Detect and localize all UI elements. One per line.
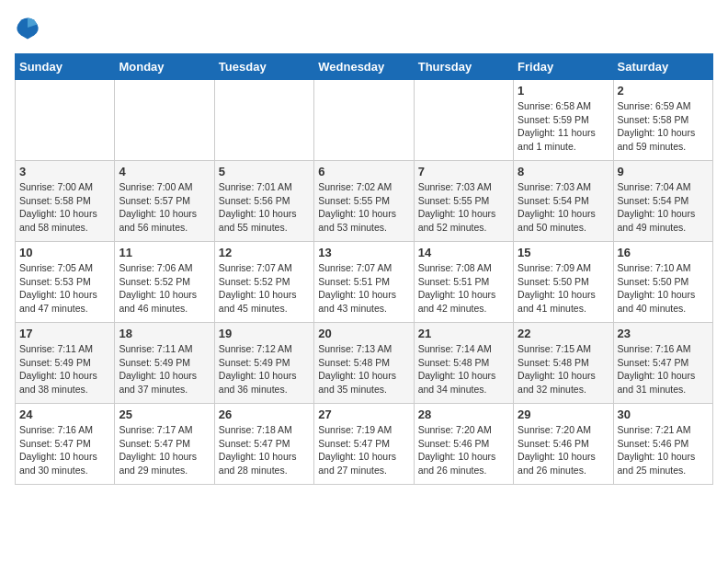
calendar-cell: 25Sunrise: 7:17 AM Sunset: 5:47 PM Dayli… [115,404,214,485]
calendar-cell: 4Sunrise: 7:00 AM Sunset: 5:57 PM Daylig… [115,161,214,242]
day-info: Sunrise: 7:07 AM Sunset: 5:51 PM Dayligh… [318,261,409,316]
day-of-week-header: Friday [514,54,613,80]
day-info: Sunrise: 7:10 AM Sunset: 5:50 PM Dayligh… [618,261,709,316]
day-info: Sunrise: 7:05 AM Sunset: 5:53 PM Dayligh… [19,261,110,316]
calendar-cell: 28Sunrise: 7:20 AM Sunset: 5:46 PM Dayli… [414,404,513,485]
day-of-week-header: Wednesday [314,54,414,80]
calendar-cell [314,80,414,161]
day-number: 14 [418,246,509,259]
day-number: 24 [19,408,110,421]
calendar-week-row: 17Sunrise: 7:11 AM Sunset: 5:49 PM Dayli… [16,323,713,404]
calendar-cell: 29Sunrise: 7:20 AM Sunset: 5:46 PM Dayli… [514,404,613,485]
day-info: Sunrise: 7:16 AM Sunset: 5:47 PM Dayligh… [19,423,110,477]
day-number: 22 [518,327,609,340]
calendar-cell: 22Sunrise: 7:15 AM Sunset: 5:48 PM Dayli… [514,323,613,404]
calendar-cell: 17Sunrise: 7:11 AM Sunset: 5:49 PM Dayli… [16,323,115,404]
calendar-week-row: 3Sunrise: 7:00 AM Sunset: 5:58 PM Daylig… [16,161,713,242]
calendar-cell: 18Sunrise: 7:11 AM Sunset: 5:49 PM Dayli… [115,323,214,404]
day-info: Sunrise: 7:20 AM Sunset: 5:46 PM Dayligh… [518,423,609,477]
day-info: Sunrise: 7:04 AM Sunset: 5:54 PM Dayligh… [618,180,709,235]
day-number: 3 [19,165,110,178]
day-info: Sunrise: 7:19 AM Sunset: 5:47 PM Dayligh… [318,423,409,477]
day-info: Sunrise: 7:06 AM Sunset: 5:52 PM Dayligh… [119,261,210,316]
calendar-cell [16,80,115,161]
calendar-cell: 30Sunrise: 7:21 AM Sunset: 5:46 PM Dayli… [613,404,712,485]
logo [15,15,42,44]
day-info: Sunrise: 7:03 AM Sunset: 5:55 PM Dayligh… [418,180,509,235]
calendar-cell [115,80,214,161]
day-number: 1 [518,84,609,98]
calendar-cell: 26Sunrise: 7:18 AM Sunset: 5:47 PM Dayli… [214,404,313,485]
calendar-cell: 9Sunrise: 7:04 AM Sunset: 5:54 PM Daylig… [613,161,712,242]
calendar-cell: 20Sunrise: 7:13 AM Sunset: 5:48 PM Dayli… [314,323,414,404]
calendar-cell: 19Sunrise: 7:12 AM Sunset: 5:49 PM Dayli… [214,323,313,404]
calendar-cell: 15Sunrise: 7:09 AM Sunset: 5:50 PM Dayli… [514,242,613,323]
day-number: 16 [618,246,709,259]
calendar-cell: 24Sunrise: 7:16 AM Sunset: 5:47 PM Dayli… [16,404,115,485]
day-info: Sunrise: 7:00 AM Sunset: 5:58 PM Dayligh… [19,180,110,235]
day-number: 19 [219,327,310,340]
calendar-cell: 21Sunrise: 7:14 AM Sunset: 5:48 PM Dayli… [414,323,513,404]
day-of-week-header: Sunday [16,54,115,80]
calendar-header-row: SundayMondayTuesdayWednesdayThursdayFrid… [16,54,713,80]
day-number: 4 [119,165,210,178]
calendar-cell: 10Sunrise: 7:05 AM Sunset: 5:53 PM Dayli… [16,242,115,323]
page-header [15,15,713,44]
day-of-week-header: Monday [115,54,214,80]
day-info: Sunrise: 7:16 AM Sunset: 5:47 PM Dayligh… [618,342,709,396]
day-info: Sunrise: 7:13 AM Sunset: 5:48 PM Dayligh… [318,342,409,396]
day-info: Sunrise: 7:00 AM Sunset: 5:57 PM Dayligh… [119,180,210,235]
day-number: 27 [318,408,409,421]
day-info: Sunrise: 7:07 AM Sunset: 5:52 PM Dayligh… [219,261,310,316]
day-number: 20 [318,327,409,340]
logo-icon [15,15,40,40]
day-info: Sunrise: 7:11 AM Sunset: 5:49 PM Dayligh… [119,342,210,396]
day-info: Sunrise: 6:59 AM Sunset: 5:58 PM Dayligh… [618,99,709,154]
day-of-week-header: Thursday [414,54,513,80]
calendar-cell: 8Sunrise: 7:03 AM Sunset: 5:54 PM Daylig… [514,161,613,242]
calendar-week-row: 10Sunrise: 7:05 AM Sunset: 5:53 PM Dayli… [16,242,713,323]
day-number: 10 [19,246,110,259]
calendar-cell: 11Sunrise: 7:06 AM Sunset: 5:52 PM Dayli… [115,242,214,323]
day-number: 18 [119,327,210,340]
day-info: Sunrise: 7:11 AM Sunset: 5:49 PM Dayligh… [19,342,110,396]
calendar-cell: 16Sunrise: 7:10 AM Sunset: 5:50 PM Dayli… [613,242,712,323]
day-info: Sunrise: 7:17 AM Sunset: 5:47 PM Dayligh… [119,423,210,477]
calendar-cell: 5Sunrise: 7:01 AM Sunset: 5:56 PM Daylig… [214,161,313,242]
day-number: 8 [518,165,609,178]
day-number: 28 [418,408,509,421]
calendar-cell [414,80,513,161]
calendar-cell: 27Sunrise: 7:19 AM Sunset: 5:47 PM Dayli… [314,404,414,485]
day-number: 5 [219,165,310,178]
day-info: Sunrise: 7:09 AM Sunset: 5:50 PM Dayligh… [518,261,609,316]
day-number: 23 [618,327,709,340]
calendar-cell [214,80,313,161]
day-number: 7 [418,165,509,178]
day-info: Sunrise: 7:01 AM Sunset: 5:56 PM Dayligh… [219,180,310,235]
day-info: Sunrise: 7:14 AM Sunset: 5:48 PM Dayligh… [418,342,509,396]
day-info: Sunrise: 7:21 AM Sunset: 5:46 PM Dayligh… [618,423,709,477]
day-info: Sunrise: 7:15 AM Sunset: 5:48 PM Dayligh… [518,342,609,396]
day-info: Sunrise: 7:20 AM Sunset: 5:46 PM Dayligh… [418,423,509,477]
day-info: Sunrise: 7:08 AM Sunset: 5:51 PM Dayligh… [418,261,509,316]
day-of-week-header: Tuesday [214,54,313,80]
calendar-cell: 2Sunrise: 6:59 AM Sunset: 5:58 PM Daylig… [613,80,712,161]
day-number: 13 [318,246,409,259]
day-number: 15 [518,246,609,259]
day-number: 30 [618,408,709,421]
day-info: Sunrise: 7:12 AM Sunset: 5:49 PM Dayligh… [219,342,310,396]
day-number: 21 [418,327,509,340]
calendar-cell: 3Sunrise: 7:00 AM Sunset: 5:58 PM Daylig… [16,161,115,242]
calendar-week-row: 1Sunrise: 6:58 AM Sunset: 5:59 PM Daylig… [16,80,713,161]
day-info: Sunrise: 7:03 AM Sunset: 5:54 PM Dayligh… [518,180,609,235]
day-number: 17 [19,327,110,340]
day-info: Sunrise: 7:18 AM Sunset: 5:47 PM Dayligh… [219,423,310,477]
day-number: 26 [219,408,310,421]
day-number: 9 [618,165,709,178]
day-number: 2 [618,84,709,98]
day-number: 11 [119,246,210,259]
calendar-cell: 14Sunrise: 7:08 AM Sunset: 5:51 PM Dayli… [414,242,513,323]
day-number: 25 [119,408,210,421]
calendar-week-row: 24Sunrise: 7:16 AM Sunset: 5:47 PM Dayli… [16,404,713,485]
calendar-cell: 6Sunrise: 7:02 AM Sunset: 5:55 PM Daylig… [314,161,414,242]
